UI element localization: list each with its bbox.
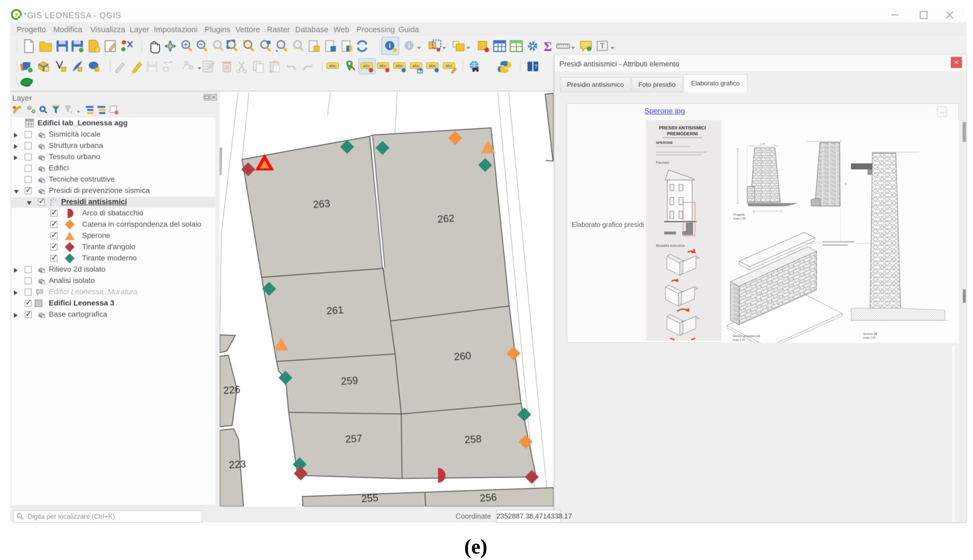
svg-text:Sezione prospettica AA: Sezione prospettica AA — [733, 335, 761, 338]
svg-text:262: 262 — [437, 212, 455, 225]
svg-text:h: h — [845, 182, 846, 185]
svg-text:259: 259 — [340, 375, 358, 387]
svg-text:ε: ε — [70, 109, 72, 114]
svg-text:263: 263 — [313, 198, 330, 210]
svg-text:SPERONE: SPERONE — [656, 141, 673, 145]
svg-text:i: i — [389, 42, 391, 49]
svg-text:abc: abc — [429, 63, 436, 68]
svg-text:Facciata: Facciata — [656, 160, 669, 165]
svg-text:abc: abc — [379, 63, 387, 68]
svg-text:Prospetto: Prospetto — [733, 213, 745, 216]
svg-text:T: T — [600, 41, 605, 50]
svg-text:scala 1:10: scala 1:10 — [733, 338, 745, 342]
svg-text:abc: abc — [329, 63, 336, 68]
svg-text:abc: abc — [445, 63, 453, 68]
svg-text:260: 260 — [454, 350, 471, 362]
svg-text:PREMODERNI: PREMODERNI — [667, 131, 698, 137]
svg-text:abc: abc — [363, 63, 371, 68]
svg-text:abc: abc — [412, 63, 420, 68]
svg-text:256: 256 — [479, 492, 497, 504]
svg-text:Σ: Σ — [544, 39, 552, 53]
svg-text:Modalità esecutive: Modalità esecutive — [656, 243, 685, 248]
svg-text:257: 257 — [345, 432, 363, 445]
svg-text:scala 1:20: scala 1:20 — [733, 217, 746, 220]
svg-text:255: 255 — [361, 492, 379, 504]
svg-text:i: i — [408, 42, 410, 49]
svg-text:223: 223 — [229, 458, 246, 470]
svg-text:Sezione BB: Sezione BB — [863, 333, 878, 335]
svg-text:226: 226 — [223, 384, 241, 396]
svg-text:abc: abc — [396, 63, 403, 68]
svg-text:scala 1:20: scala 1:20 — [863, 336, 876, 339]
svg-text:1.00: 1.00 — [761, 143, 765, 145]
svg-text:?: ? — [534, 63, 537, 70]
svg-text:PRESIDI ANTISISMICI: PRESIDI ANTISISMICI — [659, 125, 706, 130]
svg-text:261: 261 — [326, 304, 344, 317]
svg-text:258: 258 — [464, 433, 482, 445]
